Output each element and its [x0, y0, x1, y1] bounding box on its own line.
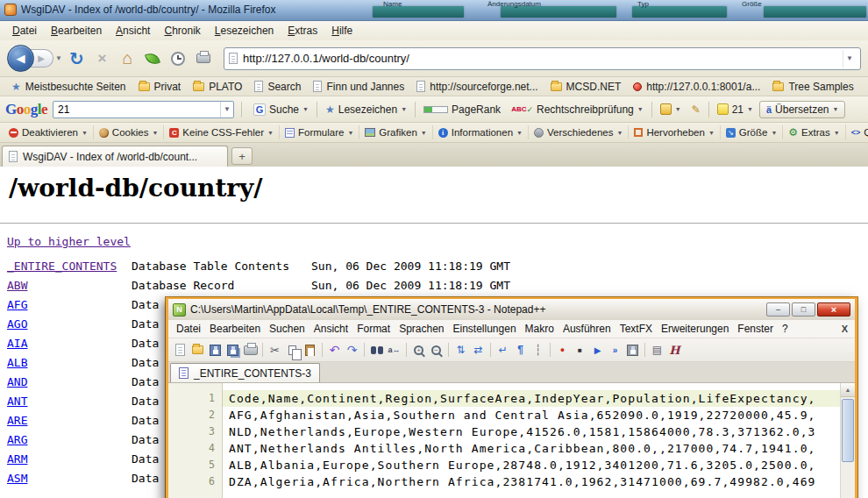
google-search-dropdown-icon[interactable]: ▼: [220, 102, 233, 117]
close-button[interactable]: ×: [817, 302, 850, 317]
listing-link[interactable]: ARG: [7, 430, 132, 450]
webdev-item[interactable]: Hervorheben▼: [629, 125, 720, 139]
listing-link[interactable]: AGO: [7, 315, 132, 334]
url-input[interactable]: [243, 52, 837, 65]
undo-icon[interactable]: ↶: [326, 342, 343, 359]
notepad-editor[interactable]: 1Code,Name,Continent,Region,SurfaceArea,…: [168, 383, 855, 498]
feather-extension-button[interactable]: [142, 47, 164, 69]
home-button[interactable]: ⌂: [117, 47, 139, 69]
close-document-icon[interactable]: X: [842, 324, 848, 334]
multi-play-icon[interactable]: »: [607, 342, 623, 359]
notepad-menu-[interactable]: ?: [778, 321, 793, 337]
maximize-button[interactable]: □: [792, 302, 815, 317]
zoom-out-icon[interactable]: −: [428, 342, 445, 359]
doc-map-icon[interactable]: ▤: [649, 342, 665, 359]
stop-macro-icon[interactable]: ■: [572, 342, 588, 359]
editor-line[interactable]: 4ANT,Netherlands Antilles,North America,…: [168, 440, 840, 457]
url-bar[interactable]: ▼: [224, 47, 861, 70]
bookmark-item[interactable]: ★Meistbesuchte Seiten: [5, 79, 132, 95]
editor-line[interactable]: 6DZA,Algeria,Africa,Northern Africa,2381…: [168, 473, 840, 490]
notepad-menu-textfx[interactable]: TextFX: [615, 321, 657, 337]
firefox-menu-extras[interactable]: Extras: [281, 22, 324, 39]
firefox-menu-chronik[interactable]: Chronik: [157, 22, 207, 39]
listing-link[interactable]: AFG: [7, 295, 132, 315]
history-clock-button[interactable]: [167, 47, 189, 69]
webdev-item[interactable]: <>Quellte▼: [846, 125, 868, 139]
redo-icon[interactable]: ↷: [344, 342, 360, 359]
notepad-tab[interactable]: _ENTIRE_CONTENTS-3: [170, 363, 320, 382]
bookmark-item[interactable]: http://sourceforge.net...: [410, 79, 544, 95]
listing-link[interactable]: ANT: [7, 392, 132, 411]
editor-scrollbar[interactable]: ▲: [840, 383, 855, 498]
find-icon[interactable]: [368, 342, 385, 359]
url-dropdown-icon[interactable]: ▼: [843, 50, 856, 68]
new-tab-button[interactable]: +: [231, 147, 253, 165]
webdev-item[interactable]: Deaktivieren▼: [4, 125, 94, 139]
bookmark-item[interactable]: http://127.0.0.1:8001/a...: [627, 79, 766, 95]
new-file-icon[interactable]: [172, 342, 189, 359]
firefox-menu-datei[interactable]: Datei: [5, 22, 44, 39]
google-search-box[interactable]: ▼: [53, 101, 234, 118]
firefox-titlebar[interactable]: WsgiDAV - Index of /world-db/country/ - …: [0, 0, 868, 21]
html-icon[interactable]: H: [666, 342, 683, 359]
bookmark-item[interactable]: PLATO: [187, 79, 248, 95]
listing-link[interactable]: ARE: [7, 411, 132, 430]
firefox-menu-hilfe[interactable]: Hilfe: [324, 22, 359, 39]
bookmark-item[interactable]: Tree Samples: [766, 79, 859, 95]
notepad-titlebar[interactable]: N C:\Users\Martin\AppData\Local\Temp\_EN…: [168, 299, 855, 320]
zoom-in-icon[interactable]: +: [410, 342, 427, 359]
print-icon[interactable]: [242, 342, 259, 359]
listing-link[interactable]: AIA: [7, 334, 132, 353]
scrollbar-thumb[interactable]: [842, 399, 854, 462]
notepad-menu-suchen[interactable]: Suchen: [265, 321, 309, 337]
history-dropdown-icon[interactable]: ▼: [55, 54, 62, 62]
notepad-menu-fenster[interactable]: Fenster: [733, 321, 778, 337]
scroll-up-icon[interactable]: ▲: [841, 383, 855, 397]
bookmark-item[interactable]: MCSD.NET: [544, 79, 628, 95]
indent-guide-icon[interactable]: ┆: [530, 342, 546, 359]
firefox-menu-bearbeiten[interactable]: Bearbeiten: [44, 22, 109, 39]
record-macro-icon[interactable]: ●: [554, 342, 571, 359]
webdev-item[interactable]: ↘Größe▼: [721, 125, 784, 139]
google-item[interactable]: ABC✓Rechtschreibprüfung▼: [507, 102, 648, 117]
webdev-item[interactable]: iInformationen▼: [433, 125, 529, 139]
webdev-item[interactable]: Cookies▼: [94, 125, 165, 139]
listing-link[interactable]: ARM: [7, 450, 132, 469]
sync-h-icon[interactable]: ⇄: [470, 342, 487, 359]
notepad-menu-einstellungen[interactable]: Einstellungen: [449, 321, 521, 337]
editor-line[interactable]: 2AFG,Afghanistan,Asia,Southern and Centr…: [168, 407, 840, 423]
notepad-menu-ausfhren[interactable]: Ausführen: [559, 321, 615, 337]
tab-wsgidav[interactable]: WsgiDAV - Index of /world-db/count...: [2, 146, 228, 167]
editor-line[interactable]: 3NLD,Netherlands,Europe,Western Europe,4…: [168, 423, 840, 440]
cut-icon[interactable]: ✂: [267, 342, 283, 359]
google-item[interactable]: PageRank: [419, 102, 505, 117]
paste-icon[interactable]: [302, 342, 318, 359]
play-macro-icon[interactable]: ▶: [589, 342, 606, 359]
word-wrap-icon[interactable]: ↵: [494, 342, 511, 359]
firefox-menu-ansicht[interactable]: Ansicht: [109, 22, 157, 39]
bookmark-item[interactable]: Search: [248, 79, 307, 95]
listing-link[interactable]: ALB: [7, 353, 132, 373]
webdev-item[interactable]: CKeine CSS-Fehler▼: [164, 125, 280, 139]
listing-link[interactable]: AND: [7, 373, 132, 392]
back-button[interactable]: ◀: [7, 45, 34, 72]
notepad-menu-bearbeiten[interactable]: Bearbeiten: [205, 321, 265, 337]
reload-button[interactable]: ↻: [66, 47, 88, 69]
save-all-icon[interactable]: [224, 342, 241, 359]
copy-icon[interactable]: [284, 342, 301, 359]
firefox-menu-lesezeichen[interactable]: Lesezeichen: [208, 22, 281, 39]
bookmark-item[interactable]: Privat: [132, 79, 188, 95]
replace-icon[interactable]: a↔: [386, 342, 402, 359]
show-symbols-icon[interactable]: ¶: [512, 342, 529, 359]
notepad-menu-makro[interactable]: Makro: [521, 321, 559, 337]
notepad-menu-datei[interactable]: Datei: [172, 321, 205, 337]
google-item[interactable]: ✎: [687, 102, 705, 117]
notepad-menu-format[interactable]: Format: [352, 321, 395, 337]
notepad-window[interactable]: N C:\Users\Martin\AppData\Local\Temp\_EN…: [166, 297, 857, 498]
webdev-item[interactable]: Formulare▼: [280, 125, 359, 139]
webdev-item[interactable]: Verschiedenes▼: [529, 125, 629, 139]
notepad-menu-erweiterungen[interactable]: Erweiterungen: [657, 321, 733, 337]
open-folder-icon[interactable]: [189, 342, 206, 359]
google-item[interactable]: ▼: [656, 102, 686, 117]
google-item[interactable]: äÜbersetzen▼: [759, 101, 845, 118]
